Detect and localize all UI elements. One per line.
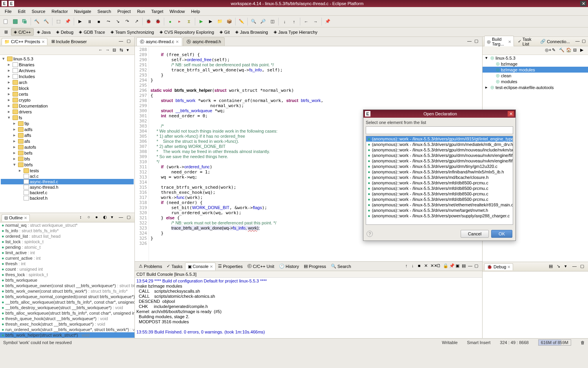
declaration-item[interactable]: ●(anonymous)::work - /linux-5.5.3/driver… [366,153,513,158]
console-body[interactable]: 13:54:29 **** Build of configuration Def… [135,278,482,338]
editor-min-button[interactable]: — [467,38,474,45]
pin-editor-button[interactable]: 📌 [323,17,332,26]
perspective-gdb-trace[interactable]: ◈GDB Trace [76,28,107,36]
bt-min-button[interactable]: — [575,38,580,45]
debug-max-button[interactable]: ▢ [580,264,586,270]
perspective-java[interactable]: ◈Java [34,28,53,36]
debug-disconnect-button[interactable]: ⤳ [104,17,113,26]
expand-arrow-icon[interactable]: ▸ [13,156,17,161]
tasklist-tab[interactable]: ✓ Task List [515,36,536,47]
outline-item[interactable]: ● thresh_queue_hook(struct __btrfs_workq… [0,316,134,321]
outline-item[interactable]: ● fs_info : struct btrfs_fs_info* [0,228,134,233]
declaration-item[interactable]: ●(anonymous)::work - /linux-5.5.3/driver… [366,202,513,208]
outline-item[interactable]: ● btrfs_workqueue_normal_congested(const… [0,294,134,299]
expand-arrow-icon[interactable]: ▸ [8,103,12,108]
toggle-mark-button[interactable]: ◫ [268,17,277,26]
bt-build-button[interactable]: 🔨 [559,47,565,54]
history-tab[interactable]: 🕐 History [277,262,301,270]
console-prev-button[interactable]: ↑ [405,263,412,270]
tree-item[interactable]: ▸afs [1,138,134,144]
build-target-item[interactable]: ◎clean [483,73,588,78]
profile-dropdown[interactable]: ⧗ [185,17,193,26]
outline-item[interactable]: ● list_lock : spinlock_t [0,239,134,244]
tree-item[interactable]: ▸9p [1,120,134,126]
collapse-all-button[interactable]: ⊟ [113,47,119,54]
outline-item[interactable]: ● btrfs_workqueue [0,277,134,283]
step-return-button[interactable]: ↗ [132,17,141,26]
dialog-ok-button[interactable]: OK [491,230,512,238]
expand-arrow-icon[interactable]: ▸ [8,109,12,114]
dialog-cancel-button[interactable]: Cancel [461,230,489,238]
outline-item[interactable]: ● current_active : int [0,255,134,261]
perspective-debug[interactable]: ◈Debug [54,28,76,36]
declaration-item[interactable]: ●(anonymous)::work - /linux-5.5.3/driver… [366,191,513,197]
pin-button[interactable]: 📌 [64,17,72,26]
tree-item[interactable]: ▸drivers [1,109,134,115]
expand-arrow-icon[interactable]: ▸ [8,62,12,67]
tree-item[interactable]: ▸certs [1,91,134,97]
problems-tab[interactable]: ⚠ Problems [136,262,164,270]
tree-item[interactable]: ▸bfs [1,156,134,162]
debug-layout-button[interactable]: ▤ [549,264,555,270]
expand-arrow-icon[interactable]: ▸ [8,86,12,91]
perspective-java-browsing[interactable]: ◈Java Browsing [233,28,270,36]
console-removeall-button[interactable]: ✕✕ [430,263,437,270]
run-green-dropdown[interactable]: ▶ [197,17,205,26]
perspective-git[interactable]: ◈Git [217,28,232,36]
bt-hide-button[interactable]: ⊟ [573,47,579,54]
close-icon[interactable]: ✕ [508,40,511,44]
build-target-item[interactable]: ◎bzImage [483,61,588,67]
open-perspective-button[interactable]: ⊞ [2,28,10,36]
sort-button[interactable]: ↕ [80,215,86,221]
debug-menu-button[interactable]: ▾ [564,264,571,270]
menu-window[interactable]: Window [166,8,188,15]
build-all-button[interactable]: 🔨 [42,17,51,26]
newpkg-dropdown[interactable]: 📦 [225,17,234,26]
declaration-item[interactable]: ●(anonymous)::work - /linux-5.5.3/driver… [366,164,513,169]
expand-arrow-icon[interactable]: ▸ [8,68,12,73]
build-button[interactable]: 🔨 [33,17,41,26]
tree-item[interactable]: ▸Documentation [1,103,134,109]
tree-item[interactable]: ▸befs [1,150,134,156]
outline-menu-button[interactable]: ▾ [111,215,117,221]
declaration-item[interactable]: ●(anonymous)::work - /linux-5.5.3/driver… [366,180,513,186]
expand-arrow-icon[interactable]: ▸ [485,85,489,90]
menu-search[interactable]: Search [94,8,114,15]
menu-target[interactable]: Target [148,8,167,15]
open-type-button[interactable]: 🔍 [249,17,258,26]
editor-tab-async-h[interactable]: ⓗ async-thread.h [183,37,225,46]
menu-refactor[interactable]: Refactor [49,8,71,15]
console-lock-button[interactable]: 🔒 [443,263,449,270]
hide-fields-button[interactable]: ○ [87,215,94,221]
outline-item[interactable]: ● __btrfs_alloc_workqueue(struct btrfs_f… [0,299,134,305]
prev-annot-button[interactable]: ↑ [290,17,298,26]
outline-list[interactable]: ● normal_wq : struct workqueue_struct*● … [0,222,134,338]
debug-stop-button[interactable]: ■ [94,17,103,26]
declaration-item[interactable]: ●(anonymous)::work - /linux-5.5.3/driver… [366,147,513,153]
expand-arrow-icon[interactable]: ▸ [8,74,12,79]
save-button[interactable] [11,17,20,26]
outline-item[interactable]: ● run_ordered_work(struct __btrfs_workqu… [0,327,134,332]
tree-item[interactable]: ▸arch [1,79,134,85]
build-targets-tab[interactable]: ◎ Build Targ... ✕ [484,36,514,47]
console-tab[interactable]: ▣ Console ✕ [185,262,216,270]
new-button[interactable] [2,17,10,26]
declaration-item[interactable]: ●(anonymous)::work - /linux-5.5.3/driver… [366,208,513,213]
editor-max-button[interactable]: ▢ [474,38,481,45]
tree-item[interactable]: ▾linux-5.5.3 [1,56,134,62]
menu-source[interactable]: Source [29,8,49,15]
outline-item[interactable]: ● thresh : int [0,261,134,266]
next-annot-button[interactable]: ↓ [280,17,289,26]
console-remove-button[interactable]: ✕ [424,263,430,270]
declaration-item[interactable]: ●(anonymous)::work - /linux-5.5.3/driver… [366,142,513,147]
perspective-team-synchronizing[interactable]: ◈Team Synchronizing [108,28,156,36]
tree-item[interactable]: ▸autofs [1,144,134,150]
close-icon[interactable]: ✕ [24,216,27,220]
declaration-item[interactable]: ●(anonymous)::work - /linux-5.5.3/driver… [366,213,513,219]
expand-arrow-icon[interactable]: ▸ [8,97,12,102]
tree-item[interactable]: ▾fs [1,115,134,120]
outline-item[interactable]: ● btrfs_alloc_workqueue(struct btrfs_fs_… [0,310,134,316]
outline-min-button[interactable]: — [119,215,125,221]
outline-item[interactable]: ● pending : atomic_t [0,244,134,250]
outline-item[interactable]: ● normal_wq : struct workqueue_struct* [0,222,134,228]
